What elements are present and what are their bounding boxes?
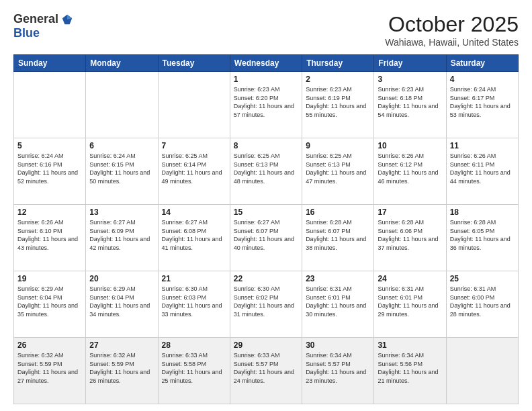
calendar-cell: 16Sunrise: 6:28 AM Sunset: 6:07 PM Dayli…	[302, 205, 374, 271]
calendar-week-row: 12Sunrise: 6:26 AM Sunset: 6:10 PM Dayli…	[14, 205, 519, 271]
day-number: 8	[234, 141, 298, 150]
header: General Blue October 2025 Wahiawa, Hawai…	[13, 12, 519, 48]
cell-info: Sunrise: 6:33 AM Sunset: 5:57 PM Dayligh…	[234, 351, 298, 385]
calendar-header-row: SundayMondayTuesdayWednesdayThursdayFrid…	[14, 55, 519, 72]
day-number: 14	[162, 208, 226, 217]
cell-info: Sunrise: 6:31 AM Sunset: 6:00 PM Dayligh…	[450, 285, 515, 318]
day-number: 26	[17, 340, 82, 350]
day-number: 23	[306, 274, 370, 283]
logo-flag-icon	[61, 13, 73, 26]
cell-info: Sunrise: 6:28 AM Sunset: 6:06 PM Dayligh…	[378, 218, 442, 252]
calendar-cell: 30Sunrise: 6:34 AM Sunset: 5:57 PM Dayli…	[302, 338, 374, 404]
cell-info: Sunrise: 6:34 AM Sunset: 5:56 PM Dayligh…	[378, 351, 442, 385]
day-number: 4	[450, 75, 515, 84]
calendar-cell: 25Sunrise: 6:31 AM Sunset: 6:00 PM Dayli…	[446, 271, 518, 338]
cell-info: Sunrise: 6:33 AM Sunset: 5:58 PM Dayligh…	[162, 351, 226, 385]
cell-info: Sunrise: 6:23 AM Sunset: 6:20 PM Dayligh…	[234, 85, 298, 119]
day-number: 16	[306, 208, 370, 217]
cell-info: Sunrise: 6:25 AM Sunset: 6:13 PM Dayligh…	[234, 152, 298, 185]
calendar-cell: 27Sunrise: 6:32 AM Sunset: 5:59 PM Dayli…	[86, 338, 158, 404]
cell-info: Sunrise: 6:25 AM Sunset: 6:14 PM Dayligh…	[162, 152, 226, 185]
day-number: 17	[378, 208, 442, 217]
calendar-cell: 10Sunrise: 6:26 AM Sunset: 6:12 PM Dayli…	[374, 138, 446, 205]
calendar-cell: 14Sunrise: 6:27 AM Sunset: 6:08 PM Dayli…	[158, 205, 230, 271]
calendar-cell: 6Sunrise: 6:24 AM Sunset: 6:15 PM Daylig…	[86, 138, 158, 205]
cell-info: Sunrise: 6:34 AM Sunset: 5:57 PM Dayligh…	[306, 351, 370, 385]
calendar-cell: 29Sunrise: 6:33 AM Sunset: 5:57 PM Dayli…	[230, 338, 302, 404]
weekday-header: Monday	[86, 55, 158, 72]
logo: General Blue	[13, 12, 73, 40]
cell-info: Sunrise: 6:32 AM Sunset: 5:59 PM Dayligh…	[17, 351, 82, 385]
cell-info: Sunrise: 6:26 AM Sunset: 6:11 PM Dayligh…	[450, 152, 515, 185]
day-number: 2	[306, 75, 370, 84]
day-number: 31	[378, 340, 442, 350]
weekday-header: Thursday	[302, 55, 374, 72]
calendar-cell: 3Sunrise: 6:23 AM Sunset: 6:18 PM Daylig…	[374, 72, 446, 138]
cell-info: Sunrise: 6:24 AM Sunset: 6:15 PM Dayligh…	[89, 152, 154, 185]
cell-info: Sunrise: 6:29 AM Sunset: 6:04 PM Dayligh…	[17, 285, 82, 318]
calendar-cell: 15Sunrise: 6:27 AM Sunset: 6:07 PM Dayli…	[230, 205, 302, 271]
calendar-cell: 12Sunrise: 6:26 AM Sunset: 6:10 PM Dayli…	[14, 205, 86, 271]
cell-info: Sunrise: 6:23 AM Sunset: 6:19 PM Dayligh…	[306, 85, 370, 119]
weekday-header: Sunday	[14, 55, 86, 72]
calendar-cell: 11Sunrise: 6:26 AM Sunset: 6:11 PM Dayli…	[446, 138, 518, 205]
calendar-cell: 31Sunrise: 6:34 AM Sunset: 5:56 PM Dayli…	[374, 338, 446, 404]
day-number: 28	[162, 340, 226, 350]
day-number: 5	[17, 141, 82, 150]
title-block: October 2025 Wahiawa, Hawaii, United Sta…	[385, 12, 519, 48]
cell-info: Sunrise: 6:26 AM Sunset: 6:12 PM Dayligh…	[378, 152, 442, 185]
day-number: 10	[378, 141, 442, 150]
logo-blue-text: Blue	[13, 26, 40, 40]
weekday-header: Wednesday	[230, 55, 302, 72]
day-number: 3	[378, 75, 442, 84]
calendar-cell: 7Sunrise: 6:25 AM Sunset: 6:14 PM Daylig…	[158, 138, 230, 205]
day-number: 25	[450, 274, 515, 283]
calendar-cell: 5Sunrise: 6:24 AM Sunset: 6:16 PM Daylig…	[14, 138, 86, 205]
day-number: 20	[89, 274, 154, 283]
day-number: 12	[17, 208, 82, 217]
day-number: 19	[17, 274, 82, 283]
calendar-cell: 21Sunrise: 6:30 AM Sunset: 6:03 PM Dayli…	[158, 271, 230, 338]
calendar-week-row: 5Sunrise: 6:24 AM Sunset: 6:16 PM Daylig…	[14, 138, 519, 205]
calendar-week-row: 1Sunrise: 6:23 AM Sunset: 6:20 PM Daylig…	[14, 72, 519, 138]
weekday-header: Tuesday	[158, 55, 230, 72]
calendar-table: SundayMondayTuesdayWednesdayThursdayFrid…	[13, 54, 519, 404]
cell-info: Sunrise: 6:32 AM Sunset: 5:59 PM Dayligh…	[89, 351, 154, 385]
calendar-cell	[158, 72, 230, 138]
calendar-cell: 19Sunrise: 6:29 AM Sunset: 6:04 PM Dayli…	[14, 271, 86, 338]
calendar-cell: 24Sunrise: 6:31 AM Sunset: 6:01 PM Dayli…	[374, 271, 446, 338]
day-number: 9	[306, 141, 370, 150]
day-number: 22	[234, 274, 298, 283]
cell-info: Sunrise: 6:25 AM Sunset: 6:13 PM Dayligh…	[306, 152, 370, 185]
calendar-cell: 9Sunrise: 6:25 AM Sunset: 6:13 PM Daylig…	[302, 138, 374, 205]
month-title: October 2025	[385, 12, 519, 37]
location-text: Wahiawa, Hawaii, United States	[385, 37, 519, 48]
day-number: 7	[162, 141, 226, 150]
calendar-cell	[86, 72, 158, 138]
day-number: 27	[89, 340, 154, 350]
day-number: 1	[234, 75, 298, 84]
cell-info: Sunrise: 6:31 AM Sunset: 6:01 PM Dayligh…	[378, 285, 442, 318]
calendar-cell: 23Sunrise: 6:31 AM Sunset: 6:01 PM Dayli…	[302, 271, 374, 338]
day-number: 30	[306, 340, 370, 350]
calendar-week-row: 19Sunrise: 6:29 AM Sunset: 6:04 PM Dayli…	[14, 271, 519, 338]
day-number: 24	[378, 274, 442, 283]
day-number: 29	[234, 340, 298, 350]
calendar-cell: 1Sunrise: 6:23 AM Sunset: 6:20 PM Daylig…	[230, 72, 302, 138]
cell-info: Sunrise: 6:28 AM Sunset: 6:07 PM Dayligh…	[306, 218, 370, 252]
day-number: 11	[450, 141, 515, 150]
cell-info: Sunrise: 6:28 AM Sunset: 6:05 PM Dayligh…	[450, 218, 515, 252]
calendar-cell: 17Sunrise: 6:28 AM Sunset: 6:06 PM Dayli…	[374, 205, 446, 271]
weekday-header: Friday	[374, 55, 446, 72]
calendar-cell: 18Sunrise: 6:28 AM Sunset: 6:05 PM Dayli…	[446, 205, 518, 271]
calendar-cell: 13Sunrise: 6:27 AM Sunset: 6:09 PM Dayli…	[86, 205, 158, 271]
calendar-cell	[446, 338, 518, 404]
day-number: 13	[89, 208, 154, 217]
day-number: 18	[450, 208, 515, 217]
logo-general-text: General	[13, 12, 58, 26]
calendar-cell	[14, 72, 86, 138]
cell-info: Sunrise: 6:24 AM Sunset: 6:17 PM Dayligh…	[450, 85, 515, 119]
cell-info: Sunrise: 6:31 AM Sunset: 6:01 PM Dayligh…	[306, 285, 370, 318]
cell-info: Sunrise: 6:27 AM Sunset: 6:09 PM Dayligh…	[89, 218, 154, 252]
cell-info: Sunrise: 6:29 AM Sunset: 6:04 PM Dayligh…	[89, 285, 154, 318]
